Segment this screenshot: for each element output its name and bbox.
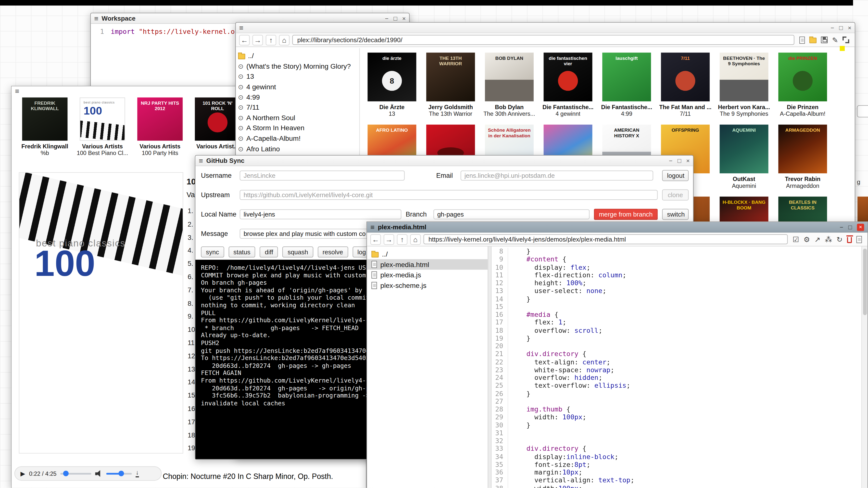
sidebar-item[interactable]: ../	[238, 51, 357, 61]
maximize-button[interactable]: □	[848, 224, 852, 230]
album-cover[interactable]: 101 ROCK 'N' ROLL	[195, 97, 240, 141]
seek-slider[interactable]	[60, 472, 91, 474]
sidebar-item[interactable]: ⊙(What's the Story) Morning Glory?	[238, 61, 357, 71]
album-cover[interactable]: BOB DYLAN	[485, 53, 534, 101]
album-item[interactable]: ARMAGEDDONTrevor RabinArmageddon	[773, 125, 832, 189]
close-button[interactable]: ×	[848, 25, 851, 31]
up-button[interactable]: ↑	[266, 35, 276, 45]
scrollbar[interactable]	[861, 246, 868, 488]
action-button-resolve[interactable]: resolve	[317, 246, 348, 257]
minimize-button[interactable]: −	[669, 157, 673, 163]
maximize-button[interactable]: □	[839, 25, 843, 31]
file-item[interactable]: plex-media.js	[367, 270, 488, 280]
home-button[interactable]: ⌂	[279, 35, 289, 45]
album-item[interactable]: 7/11The Fat Man and ...7/11	[656, 53, 715, 117]
minimize-button[interactable]: −	[831, 25, 834, 31]
address-input[interactable]	[424, 234, 788, 244]
upstream-input[interactable]	[240, 190, 658, 200]
menu-icon[interactable]: ≡	[15, 87, 19, 94]
album-cover[interactable]: lauschgift	[602, 53, 651, 101]
file-item[interactable]: plex-media.html	[367, 259, 488, 270]
download-icon[interactable]: ↓	[135, 469, 138, 478]
album-cover[interactable]: THE 13TH WARRIOR	[426, 53, 475, 101]
action-button-status[interactable]: status	[228, 246, 255, 257]
maximize-button[interactable]: □	[394, 15, 397, 21]
sidebar-item[interactable]: ⊙A-Capella-Album!	[238, 133, 357, 144]
album-item[interactable]: NRJ PARTY HITS 2012Various Artists100 Pa…	[131, 97, 189, 156]
editor-titlebar[interactable]: ≡ plex-media.html − □ ×	[367, 222, 868, 233]
album-item[interactable]: die fantastischen vierDie Fantastische..…	[538, 53, 597, 117]
close-button[interactable]: ×	[402, 15, 406, 21]
sidebar-item[interactable]: ⊙Afro Latino	[238, 144, 357, 154]
sidebar-item[interactable]: ⊙7/11	[238, 102, 357, 113]
close-button[interactable]: ×	[686, 157, 690, 163]
sidebar-item[interactable]: ⊙A Storm In Heaven	[238, 123, 357, 133]
open-external-icon[interactable]: ↗	[814, 236, 820, 243]
clone-button[interactable]: clone	[662, 189, 688, 200]
back-button[interactable]: ←	[370, 234, 381, 244]
address-input[interactable]	[292, 35, 794, 45]
file-item[interactable]: plex-scheme.js	[367, 280, 488, 291]
album-item[interactable]: AQUEMINIOutKastAquemini	[715, 125, 773, 189]
minimize-button[interactable]: −	[840, 224, 843, 230]
sidebar-item[interactable]: ⊙4 gewinnt	[238, 82, 357, 92]
splitter-handle[interactable]	[488, 246, 492, 488]
seek-handle[interactable]	[63, 471, 69, 477]
menu-icon[interactable]: ≡	[94, 15, 98, 22]
maximize-button[interactable]: □	[678, 157, 681, 163]
album-item[interactable]: best piano classics100Various Artists100…	[73, 97, 131, 156]
volume-handle[interactable]	[118, 471, 124, 477]
action-button-squash[interactable]: squash	[283, 246, 313, 257]
new-file-icon[interactable]	[857, 236, 862, 243]
logout-button[interactable]: logout	[662, 170, 688, 181]
album-cover[interactable]: 8die ärzte	[368, 53, 416, 101]
album-item[interactable]: FREDRIK KLINGWALLFredrik Klingwall%b	[16, 97, 73, 156]
audio-player[interactable]: ▶ 0:22 / 4:25 ↓	[14, 466, 162, 481]
fullscreen-icon[interactable]	[842, 36, 849, 43]
sidebar-item[interactable]: ⊙13	[238, 71, 357, 82]
album-item[interactable]: 8die ärzteDie Ärzte13	[363, 53, 421, 117]
album-item[interactable]: BEETHOVEN · The 9 SymphoniesHerbert von …	[715, 53, 773, 117]
settings-gears-icon[interactable]: ⚙	[804, 236, 810, 243]
auto-save-checkbox-icon[interactable]: ☑	[793, 236, 799, 243]
forward-button[interactable]: →	[384, 234, 394, 244]
album-cover[interactable]: FREDRIK KLINGWALL	[22, 97, 67, 141]
branch-input[interactable]	[433, 209, 590, 219]
album-cover[interactable]: ARMAGEDDON	[778, 125, 827, 173]
home-button[interactable]: ⌂	[410, 234, 421, 244]
volume-icon[interactable]	[95, 470, 102, 477]
volume-slider[interactable]	[106, 472, 132, 474]
file-item[interactable]: ../	[367, 249, 488, 259]
close-button[interactable]: ×	[857, 223, 864, 231]
album-cover[interactable]: die PRINZEN	[778, 53, 827, 101]
menu-icon[interactable]: ≡	[239, 24, 243, 31]
forward-button[interactable]: →	[252, 35, 263, 45]
minimize-button[interactable]: −	[385, 15, 389, 21]
sidebar-item[interactable]: ⊙4:99	[238, 92, 357, 102]
album-item[interactable]: die PRINZENDie PrinzenA-Capella-Album!	[773, 53, 832, 117]
sitemap-icon[interactable]: ⁂	[825, 236, 832, 243]
up-button[interactable]: ↑	[397, 234, 407, 244]
album-cover[interactable]: AQUEMINI	[720, 125, 769, 173]
play-icon[interactable]: ▶	[21, 470, 25, 477]
album-cover[interactable]: best piano classics100	[80, 97, 125, 141]
album-cover[interactable]: BEETHOVEN · The 9 Symphonies	[720, 53, 769, 101]
merge-from-branch-button[interactable]: merge from branch	[594, 209, 658, 220]
delete-icon[interactable]	[847, 237, 852, 243]
github-titlebar[interactable]: ≡ GitHub Sync − □ ×	[195, 156, 693, 166]
new-file-icon[interactable]	[799, 36, 805, 43]
save-icon[interactable]	[821, 36, 828, 43]
back-button[interactable]: ←	[239, 35, 250, 45]
switch-branch-button[interactable]: switch	[662, 209, 688, 220]
username-input[interactable]	[240, 171, 405, 181]
menu-icon[interactable]: ≡	[370, 223, 375, 231]
sidebar-item[interactable]: ⊙A Northern Soul	[238, 113, 357, 123]
email-input[interactable]	[461, 171, 653, 181]
edit-pencil-icon[interactable]: ✎	[832, 36, 838, 43]
action-button-diff[interactable]: diff	[260, 246, 278, 257]
album-cover[interactable]: die fantastischen vier	[544, 53, 592, 101]
album-cover[interactable]: 7/11	[661, 53, 710, 101]
code-editor[interactable]: 8 }9 #content {10 display: flex;11 flex-…	[492, 246, 867, 488]
scrollbar-thumb[interactable]	[863, 249, 867, 315]
album-item[interactable]: lauschgiftDie Fantastische...4:99	[597, 53, 656, 117]
